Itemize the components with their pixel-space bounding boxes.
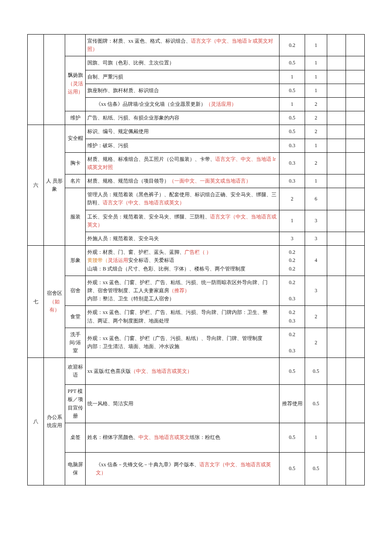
desc-cell: 自制、严重污损 <box>86 70 280 84</box>
t1: 《xx 信条－先锋文化－十典九章》两个版本、 <box>96 462 199 468</box>
t1: xx 蓝版/红色喜庆版 <box>87 368 131 374</box>
table-row: 八 办公系统应用 欢迎标语 xx 蓝版/红色喜庆版（中文、当地语言或英文） 0.… <box>28 358 365 385</box>
score-1: 0.5 <box>280 453 305 485</box>
table-row: 食堂 外观：xx 蓝色、门窗、护栏、广告、粘纸、污损、导向牌、门牌内部：卫生、整… <box>28 306 365 328</box>
line1: 外观：xx 蓝色、门窗、护栏（广告、污损、粘纸）、导向牌、门牌、管理制度 <box>87 335 262 341</box>
line2: 内部：整洁、卫生（特别是工人宿舍） <box>87 296 174 302</box>
subcat-cell: 安全帽 <box>65 125 86 152</box>
desc-cell: 材质、规格、规范组合（项目领导）（一面中文、一面英文或当地语言） <box>86 174 280 188</box>
desc-cell: 材质、规格、标准组合、员工照片（公司服装）、卡带、语言文字、中文、当地语 lr … <box>86 152 280 174</box>
score-4 <box>346 358 365 385</box>
section-num-cell <box>28 35 44 125</box>
desc-red: （一面中文、一面英文或当地语言） <box>169 178 251 184</box>
t3: 纸张：粉红色 <box>190 434 220 440</box>
desc-text: 材质、规格、标准组合、员工照片（公司服装）、卡带、 <box>87 156 215 162</box>
score-4 <box>346 97 365 111</box>
desc-text: 宣传图牌：材质、xx 蓝色、格式、标识组合、 <box>87 38 191 44</box>
score-2: 0.5 <box>305 385 327 423</box>
score-4 <box>346 306 365 328</box>
desc-cell: 宣传图牌：材质、xx 蓝色、格式、标识组合、语言文字（中文、当地语 lr 或英文… <box>86 35 280 56</box>
score-4 <box>346 385 365 423</box>
score-2: 1 <box>305 70 327 84</box>
table-row: 飘扬旗（灵活运用） 国旗、司旗（色彩、比例、主次位置） 0.5 1 <box>28 56 365 70</box>
score-2: 1 <box>305 139 327 152</box>
score-4 <box>346 423 365 453</box>
subcat-cell: 胸卡 <box>65 152 86 174</box>
desc-cell: 《xx 信条－先锋文化－十典九章》两个版本、语言文字（中文、当地语言或英文） <box>86 453 280 485</box>
category-cell: 人 员形象 <box>44 125 65 246</box>
score-4 <box>346 84 365 97</box>
score-2: 3 <box>305 210 327 232</box>
table-row: 电脑屏保 《xx 信条－先锋文化－十典九章》两个版本、语言文字（中文、当地语言或… <box>28 453 365 485</box>
subcat-cell: 服装 <box>65 188 86 246</box>
table-row: 七 宿舍区（如有） 形象 外观：材质、门、窗、护栏、蓝头、蓝脚、广告栏（ ） 黄… <box>28 246 365 276</box>
table-row: 桌签 姓名：楷体字黑颜色、中文、当地语言或英文纸张：粉红色 0.5 1 <box>28 423 365 453</box>
table-row: PPT 模板／项目宣传册 统一风格、简洁实用 推荐使用 0.5 <box>28 385 365 423</box>
score-3 <box>327 35 346 56</box>
score-1: 0.5 <box>280 423 305 453</box>
table-row: 洗手间/浴室 外观：xx 蓝色、门窗、护栏（广告、污损、粘纸）、导向牌、门牌、管… <box>28 328 365 358</box>
desc-cell: 外观：xx 蓝色、门窗、护栏、广告、粘纸、污损、统一防雨晾衣区外导向牌、门牌、宿… <box>86 276 280 306</box>
score-1: 0.3 <box>280 139 305 152</box>
score-1: 0.3 <box>280 174 305 188</box>
desc-red: （灵活应用） <box>206 101 236 107</box>
line3: 山墙：B 式组合（尺寸、色彩、比例、字体）、楼栋号、两个管理制度 <box>87 266 245 272</box>
line2b: 灵活运用 <box>108 257 128 263</box>
score-3 <box>327 56 346 70</box>
line2c: 安全标语、关爱标语 <box>128 257 174 263</box>
score-4 <box>346 210 365 232</box>
score-2: 1 <box>305 56 327 70</box>
score-3 <box>327 232 346 246</box>
score-2: 0.5 <box>305 453 327 485</box>
score-1: 0.5 <box>280 125 305 139</box>
cat-b: （如有） <box>49 299 60 313</box>
score-3 <box>327 125 346 139</box>
score-1: 1 <box>280 70 305 84</box>
subcat-cell: 宿舍 <box>65 276 86 306</box>
table-row: 六 人 员形象 安全帽 标识、编号、规定佩戴使用 0.5 2 <box>28 125 365 139</box>
line2a: 黄腰带（ <box>87 257 108 263</box>
line1b: （推荐） <box>169 288 190 293</box>
score-4 <box>346 35 365 56</box>
score-4 <box>346 70 365 84</box>
score-2: 0.5 <box>305 358 327 385</box>
flag-label-note: （灵活运用） <box>68 81 83 95</box>
score-4 <box>346 125 365 139</box>
score-4 <box>346 152 365 174</box>
score-2: 1 <box>305 35 327 56</box>
score-4 <box>346 174 365 188</box>
desc-cell: 外观：材质、门、窗、护栏、蓝头、蓝脚、广告栏（ ） 黄腰带（灵活运用安全标语、关… <box>86 246 280 276</box>
score-2: 2 <box>305 125 327 139</box>
score-3 <box>327 423 346 453</box>
score-3 <box>327 188 346 210</box>
subcat-cell: 飘扬旗（灵活运用） <box>65 56 86 111</box>
desc-cell: 标识、编号、规定佩戴使用 <box>86 125 280 139</box>
score-2: 2 <box>305 97 327 111</box>
desc-cell: 外观：xx 蓝色、门窗、护栏（广告、污损、粘纸）、导向牌、门牌、管理制度内部：卫… <box>86 328 280 358</box>
subcat-cell <box>65 35 86 56</box>
table-row: 宿舍 外观：xx 蓝色、门窗、护栏、广告、粘纸、污损、统一防雨晾衣区外导向牌、门… <box>28 276 365 306</box>
score-2: 4 <box>305 246 327 276</box>
table-row: 维护 广告、粘纸、污损、有损企业形象的内容 0.5 2 <box>28 111 365 125</box>
desc-text: 《xx 信条》品牌墙/企业文化墙（企业愿景更新） <box>96 101 206 107</box>
score-2: 1 <box>305 423 327 453</box>
score-3 <box>327 453 346 485</box>
desc-cell: 工长、安全员：规范着装、安全马夹、绑腿、三防鞋、语言文字（中文、当地语言或英文） <box>86 210 280 232</box>
score-1: 1 <box>280 97 305 111</box>
score-4 <box>346 453 365 485</box>
subcat-cell: 洗手间/浴室 <box>65 328 86 358</box>
score-4 <box>346 246 365 276</box>
score-2: 1 <box>305 174 327 188</box>
desc-cell: 国旗、司旗（色彩、比例、主次位置） <box>86 56 280 70</box>
table-row: 名片 材质、规格、规范组合（项目领导）（一面中文、一面英文或当地语言） 0.3 … <box>28 174 365 188</box>
score-4 <box>346 111 365 125</box>
score-3 <box>327 152 346 174</box>
score-4 <box>346 328 365 358</box>
line1b: 广告栏（ ） <box>184 249 211 255</box>
score-4 <box>346 139 365 152</box>
t1: 姓名：楷体字黑颜色、 <box>87 434 138 440</box>
desc-cell: 维护：破坏、污损 <box>86 139 280 152</box>
score-2: 2 <box>305 152 327 174</box>
section-num-cell: 八 <box>28 358 44 485</box>
desc-cell: 广告、粘纸、污损、有损企业形象的内容 <box>86 111 280 125</box>
